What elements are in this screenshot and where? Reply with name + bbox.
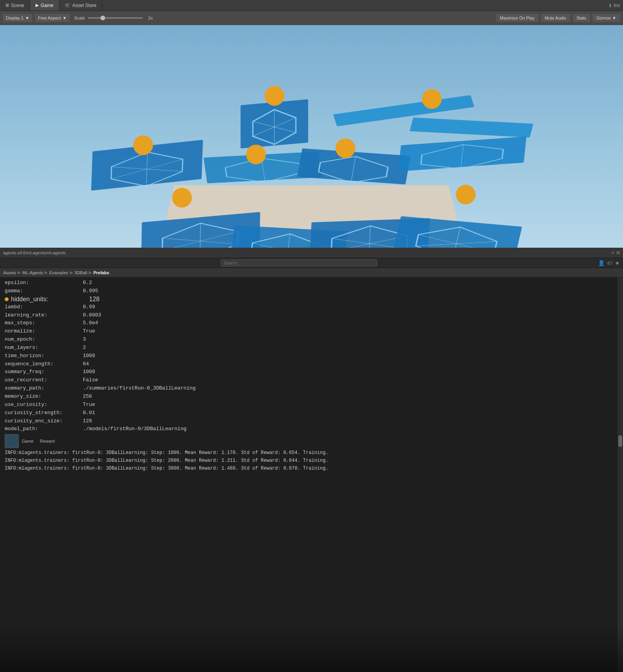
- breadcrumb-3dball[interactable]: 3DBall: [75, 270, 87, 275]
- inspector-label: Ins: [614, 3, 620, 8]
- svg-point-17: [172, 188, 192, 208]
- config-line: use_recurrent:False: [0, 376, 623, 384]
- dot-indicator: [5, 297, 9, 301]
- tab-bar: ⊞ Scene ▶ Game 🛒 Asset Store ℹ Ins: [0, 0, 623, 11]
- config-val: 128: [89, 296, 100, 303]
- svg-point-9: [422, 89, 442, 109]
- config-line: use_curiosity:True: [0, 401, 623, 409]
- config-val: 128: [83, 418, 92, 425]
- gizmos-button[interactable]: Gizmos ▼: [592, 13, 621, 23]
- svg-point-7: [265, 86, 285, 106]
- config-key: curiosity_strength:: [5, 409, 83, 417]
- tab-reward-label[interactable]: Reward: [40, 439, 55, 443]
- svg-point-16: [133, 135, 153, 155]
- aspect-label: Free Aspect: [38, 16, 61, 20]
- breadcrumb: Assets ▶ ML-Agents ▶ Examples ▶ 3DBall ▶…: [0, 268, 623, 277]
- config-key: use_curiosity:: [5, 401, 83, 409]
- console-area[interactable]: epsilon:0.2gamma:0.995hidden_units:128la…: [0, 277, 623, 672]
- gizmos-chevron-icon: ▼: [612, 16, 616, 20]
- scrollbar[interactable]: [618, 277, 623, 672]
- config-val: ./summaries/firstRun-0_3DBallLearning: [83, 385, 196, 392]
- config-line: sequence_length:64: [0, 360, 623, 368]
- breadcrumb-assets[interactable]: Assets: [3, 270, 16, 275]
- config-key: hidden_units:: [11, 296, 89, 303]
- stats-button[interactable]: Stats: [572, 13, 591, 23]
- config-val: 1000: [83, 352, 95, 360]
- config-key: num_layers:: [5, 344, 83, 352]
- config-val: True: [83, 328, 95, 335]
- game-scene-svg: [0, 25, 623, 248]
- scene-icon: ⊞: [5, 3, 9, 8]
- config-val: 1000: [83, 368, 95, 376]
- config-line: curiosity_enc_size:128: [0, 417, 623, 425]
- config-lines: epsilon:0.2gamma:0.995hidden_units:128la…: [0, 279, 623, 433]
- svg-point-21: [246, 145, 266, 164]
- config-key: model_path:: [5, 425, 83, 433]
- tab-asset-store[interactable]: 🛒 Asset Store: [59, 0, 102, 11]
- log-lines: INFO:mlagents.trainers: firstRun-0: 3DBa…: [0, 449, 623, 472]
- config-val: 64: [83, 361, 89, 368]
- maximize-on-play-button[interactable]: Maximize On Play: [496, 13, 539, 23]
- path-label: agents-v0.6/ml-agents/ml-agents: [3, 250, 612, 255]
- mute-audio-button[interactable]: Mute Audio: [541, 13, 571, 23]
- config-line: epsilon:0.2: [0, 279, 623, 287]
- person-icon: 👤: [598, 260, 605, 266]
- aspect-selector[interactable]: Free Aspect ▼: [34, 13, 70, 23]
- breadcrumb-prefabs[interactable]: Prefabs: [93, 270, 109, 275]
- display-selector[interactable]: Display 1 ▼: [2, 13, 33, 23]
- config-val: False: [83, 377, 98, 384]
- search-bar: 👤 🏷 ★: [0, 258, 623, 268]
- config-val: 0.01: [83, 409, 95, 417]
- game-icon: ▶: [36, 3, 39, 8]
- tag-icon: 🏷: [607, 260, 612, 266]
- tab-game-label: Game: [41, 3, 54, 8]
- config-key: curiosity_enc_size:: [5, 418, 83, 425]
- config-key: summary_freq:: [5, 368, 83, 376]
- config-val: 0.99: [83, 304, 95, 311]
- scale-prefix-label: Scale: [74, 16, 85, 20]
- breadcrumb-examples[interactable]: Examples: [49, 270, 68, 275]
- config-line-with-dot: hidden_units:128: [0, 295, 623, 303]
- config-line: normalize:True: [0, 327, 623, 336]
- config-line: summary_freq:1000: [0, 368, 623, 376]
- config-val: 0.0003: [83, 312, 101, 319]
- inspector-icon: ℹ: [609, 3, 611, 8]
- aspect-chevron-icon: ▼: [63, 16, 67, 20]
- bottom-panel-header: agents-v0.6/ml-agents/ml-agents ≡ ⊞: [0, 248, 623, 258]
- config-key: gamma:: [5, 288, 83, 295]
- config-key: learning_rate:: [5, 312, 83, 319]
- config-val: 0.995: [83, 288, 98, 295]
- toolbar: Display 1 ▼ Free Aspect ▼ Scale 2x Maxim…: [0, 11, 623, 25]
- config-key: max_steps:: [5, 320, 83, 327]
- thumbnail-strip: Game Reward: [0, 433, 623, 449]
- svg-rect-10: [410, 118, 533, 138]
- config-key: num_epoch:: [5, 336, 83, 343]
- config-val: 0.2: [83, 279, 92, 287]
- config-key: epsilon:: [5, 279, 83, 287]
- config-line: max_steps:5.0e4: [0, 319, 623, 327]
- scale-slider[interactable]: [88, 17, 143, 19]
- svg-point-25: [336, 138, 356, 158]
- list-icon: ≡: [612, 250, 614, 255]
- config-line: learning_rate:0.0003: [0, 311, 623, 320]
- log-line: INFO:mlagents.trainers: firstRun-0: 3DBa…: [0, 457, 623, 465]
- config-line: num_epoch:3: [0, 336, 623, 344]
- game-view: [0, 25, 623, 248]
- asset-store-icon: 🛒: [65, 3, 70, 8]
- columns-icon: ⊞: [616, 250, 620, 255]
- config-line: curiosity_strength:0.01: [0, 409, 623, 417]
- config-line: lambd:0.99: [0, 303, 623, 311]
- star-icon: ★: [615, 260, 620, 266]
- search-input[interactable]: [221, 259, 377, 266]
- config-key: time_horizon:: [5, 352, 83, 360]
- log-line: INFO:mlagents.trainers: firstRun-0: 3DBa…: [0, 465, 623, 472]
- tab-scene[interactable]: ⊞ Scene: [0, 0, 30, 11]
- config-line: model_path:./models/firstRun-0/3DBallLea…: [0, 425, 623, 433]
- tab-game[interactable]: ▶ Game: [30, 0, 59, 11]
- display-chevron-icon: ▼: [25, 16, 29, 20]
- breadcrumb-ml-agents[interactable]: ML-Agents: [22, 270, 43, 275]
- tab-game-label[interactable]: Game: [22, 439, 34, 443]
- config-key: lambd:: [5, 304, 83, 311]
- scrollbar-thumb[interactable]: [618, 435, 622, 447]
- config-key: memory_size:: [5, 393, 83, 400]
